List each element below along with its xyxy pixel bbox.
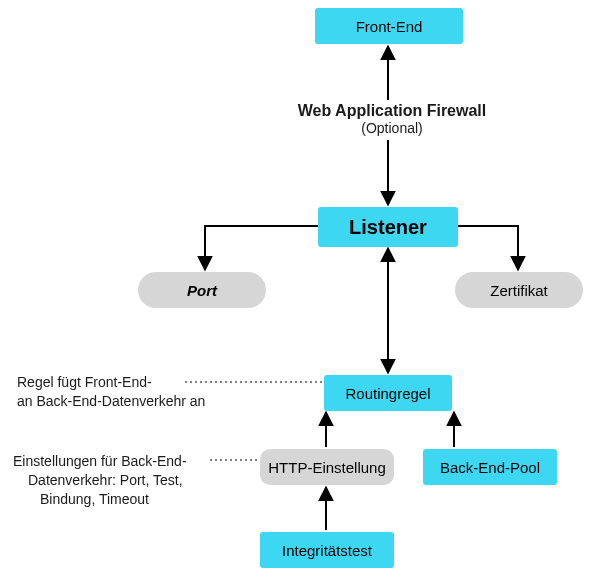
diagram-stage: Front-End Web Application Firewall (Opti… (0, 0, 604, 584)
node-listener-label: Listener (349, 216, 427, 239)
node-backend-pool: Back-End-Pool (423, 449, 557, 485)
annotation-settings-line2: Datenverkehr: Port, Test, (28, 472, 183, 490)
node-http-setting: HTTP-Einstellung (260, 449, 394, 485)
node-http-setting-label: HTTP-Einstellung (268, 459, 386, 476)
node-waf-title: Web Application Firewall (297, 101, 487, 121)
node-waf-subtitle: (Optional) (297, 120, 487, 138)
node-health-probe: Integritätstest (260, 532, 394, 568)
annotation-settings-line3: Bindung, Timeout (40, 491, 149, 509)
annotation-settings-line1: Einstellungen für Back-End- (13, 453, 187, 471)
node-cert-label: Zertifikat (490, 282, 548, 299)
node-routing: Routingregel (324, 375, 452, 411)
node-cert: Zertifikat (455, 272, 583, 308)
node-front-end-label: Front-End (356, 18, 423, 35)
node-routing-label: Routingregel (345, 385, 430, 402)
node-front-end: Front-End (315, 8, 463, 44)
node-backend-pool-label: Back-End-Pool (440, 459, 540, 476)
node-port: Port (138, 272, 266, 308)
node-listener: Listener (318, 207, 458, 247)
annotation-rule-line1: Regel fügt Front-End- (17, 374, 152, 392)
node-port-label: Port (187, 282, 217, 299)
node-health-probe-label: Integritätstest (282, 542, 372, 559)
annotation-rule-line2: an Back-End-Datenverkehr an (17, 393, 205, 411)
